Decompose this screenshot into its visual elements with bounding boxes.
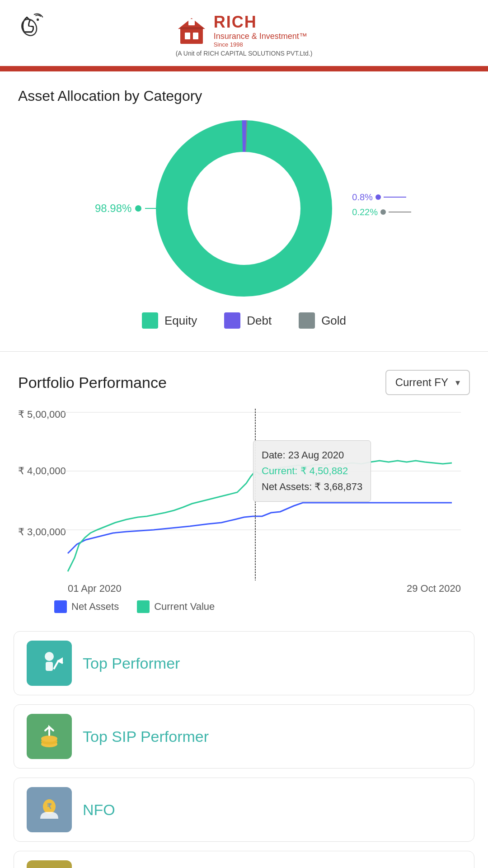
top-sip-icon: [27, 714, 72, 759]
svg-rect-4: [185, 33, 190, 39]
debt-pct-text: 0.8%: [352, 192, 373, 203]
top-sip-performer-label: Top SIP Performer: [83, 728, 209, 745]
svg-point-1: [37, 19, 39, 21]
period-dropdown[interactable]: Current FY ▾: [385, 370, 470, 395]
chart-area: ₹ 5,00,000 ₹ 4,00,000 ₹ 3,00,000 01 Apr …: [0, 404, 488, 627]
donut-legend: Equity Debt Gold: [142, 312, 346, 329]
svg-rect-2: [180, 28, 203, 44]
svg-rect-7: [180, 27, 203, 29]
logo-rich-text: RICH: [214, 13, 307, 32]
app-header: RICH Insurance & Investment™ Since 1998 …: [0, 0, 488, 66]
svg-rect-6: [188, 19, 195, 25]
svg-rect-23: [46, 662, 53, 671]
gold-row: 0.22%: [352, 207, 411, 217]
svg-text:01 Apr 2020: 01 Apr 2020: [68, 583, 122, 594]
svg-text:₹ 3,00,000: ₹ 3,00,000: [18, 526, 66, 538]
logo-since-text: Since 1998: [214, 41, 307, 48]
nfo-card[interactable]: ₹ NFO: [14, 778, 474, 842]
svg-text:₹ 5,00,000: ₹ 5,00,000: [18, 409, 66, 420]
svg-text:₹: ₹: [47, 802, 52, 810]
action-cards-section: Top Performer Top SIP Performer ₹: [0, 627, 488, 868]
legend-gold-label: Gold: [321, 314, 346, 328]
top-performer-card[interactable]: Top Performer: [14, 631, 474, 695]
gold-dot: [380, 209, 386, 215]
asset-allocation-section: Asset Allocation by Category 98.98%: [0, 71, 488, 347]
legend-equity: Equity: [142, 312, 197, 329]
donut-wrapper: 98.98% 0.8%: [149, 113, 339, 303]
portfolio-title: Portfolio Performance: [18, 374, 167, 392]
legend-equity-label: Equity: [164, 314, 197, 328]
nfo-svg: ₹: [33, 794, 65, 826]
svg-text:29 Oct 2020: 29 Oct 2020: [407, 583, 461, 594]
svg-point-28: [41, 736, 57, 742]
gold-pct-text: 0.22%: [352, 207, 378, 217]
donut-svg: [149, 113, 339, 303]
phone-icon[interactable]: [18, 13, 50, 42]
donut-chart-area: 98.98% 0.8%: [0, 109, 488, 347]
top-performer-svg: [33, 647, 65, 679]
gold-line: [389, 212, 411, 212]
legend-current-value: Current Value: [137, 600, 215, 613]
nfo-label: NFO: [83, 801, 115, 819]
svg-rect-5: [193, 33, 198, 39]
top-sip-svg: [33, 721, 65, 752]
latest-nav-card[interactable]: ₹ Latest NAV: [14, 851, 474, 868]
legend-debt: Debt: [224, 312, 272, 329]
chevron-down-icon: ▾: [455, 377, 460, 388]
equity-pct-text: 98.98%: [95, 202, 131, 215]
debt-dot: [375, 194, 381, 200]
legend-gold-box: [299, 312, 315, 329]
latest-nav-icon: ₹: [27, 860, 72, 868]
net-assets-label: Net Assets: [71, 601, 119, 613]
chart-legend: Net Assets Current Value: [18, 596, 470, 622]
dropdown-label: Current FY: [395, 376, 448, 389]
top-sip-performer-card[interactable]: Top SIP Performer: [14, 704, 474, 769]
svg-point-22: [45, 652, 54, 661]
top-performer-icon: [27, 641, 72, 686]
svg-point-11: [190, 154, 298, 263]
equity-line: [145, 208, 172, 209]
performance-chart: ₹ 5,00,000 ₹ 4,00,000 ₹ 3,00,000 01 Apr …: [18, 404, 470, 594]
legend-debt-label: Debt: [247, 314, 272, 328]
svg-text:₹ 4,00,000: ₹ 4,00,000: [18, 465, 66, 476]
logo-unit-text: (A Unit of RICH CAPITAL SOLUTIONS PVT.Lt…: [176, 50, 313, 57]
equity-dot: [135, 205, 141, 212]
svg-point-0: [19, 17, 40, 38]
current-value-label: Current Value: [154, 601, 215, 613]
accent-bar: [0, 66, 488, 71]
debt-row: 0.8%: [352, 192, 406, 203]
asset-allocation-title: Asset Allocation by Category: [0, 71, 488, 109]
portfolio-header: Portfolio Performance Current FY ▾: [0, 356, 488, 404]
app-logo: RICH Insurance & Investment™ Since 1998 …: [176, 13, 313, 57]
debt-gold-labels: 0.8% 0.22%: [352, 192, 411, 217]
legend-equity-box: [142, 312, 158, 329]
chart-svg-wrapper: ₹ 5,00,000 ₹ 4,00,000 ₹ 3,00,000 01 Apr …: [18, 404, 470, 596]
portfolio-section: Portfolio Performance Current FY ▾ ₹ 5,0…: [0, 356, 488, 627]
net-assets-color-box: [54, 600, 67, 613]
equity-label: 98.98%: [95, 202, 172, 215]
logo-sub-text: Insurance & Investment™: [214, 32, 307, 41]
top-performer-label: Top Performer: [83, 655, 180, 672]
legend-net-assets: Net Assets: [54, 600, 119, 613]
legend-debt-box: [224, 312, 240, 329]
nfo-icon: ₹: [27, 787, 72, 832]
legend-gold: Gold: [299, 312, 346, 329]
debt-line: [384, 197, 406, 198]
current-value-color-box: [137, 600, 150, 613]
section-divider-1: [0, 351, 488, 352]
